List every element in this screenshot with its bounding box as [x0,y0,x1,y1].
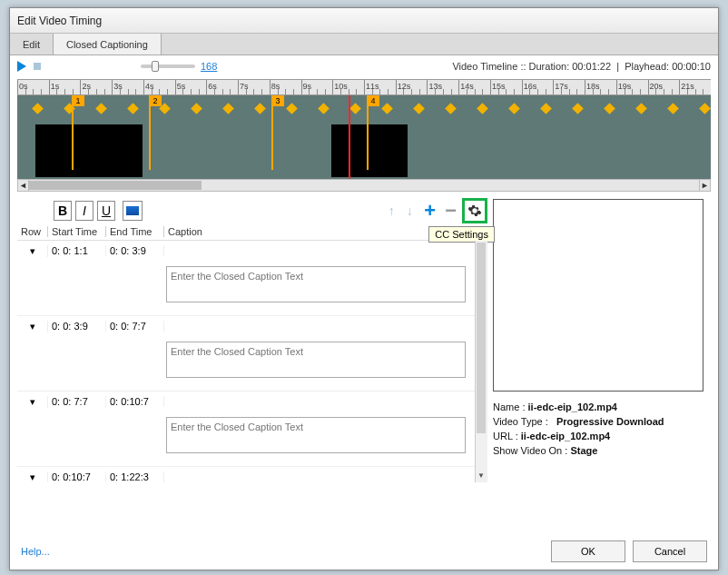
stop-button[interactable] [34,63,41,70]
end-time-cell[interactable]: 0: 0: 7:7 [106,321,164,332]
start-time-cell[interactable]: 0: 0:10:7 [48,471,106,482]
keyframe-icon[interactable] [413,103,425,114]
ok-button[interactable]: OK [551,540,625,562]
caption-marker[interactable] [72,95,74,170]
caption-marker-flag[interactable]: 1 [72,95,84,106]
zoom-value[interactable]: 168 [201,61,217,72]
start-time-cell[interactable]: 0: 0: 1:1 [48,245,106,256]
keyframe-icon[interactable] [508,103,520,114]
remove-caption-button[interactable]: − [443,199,458,223]
keyframe-icon[interactable] [604,103,615,114]
keyframe-icon[interactable] [95,103,107,114]
scroll-thumb[interactable] [29,181,202,190]
keyframe-icon[interactable] [127,103,139,114]
meta-url-label: URL : [493,431,518,441]
meta-url-value: ii-edc-eip_102.mp4 [521,431,610,441]
underline-button[interactable]: U [97,201,115,221]
caption-text-input[interactable] [166,266,466,302]
keyframe-icon[interactable] [222,103,234,114]
keyframe-icon[interactable] [32,103,44,114]
caption-text-input[interactable] [166,417,466,453]
caption-marker-flag[interactable]: 2 [149,95,162,106]
meta-show-value: Stage [570,445,597,456]
add-caption-button[interactable]: + [420,199,439,223]
timeline-scrollbar[interactable]: ◄ ► [17,179,711,192]
keyframe-icon[interactable] [381,103,393,114]
row-expand-toggle[interactable]: ▾ [17,396,48,408]
header-end: End Time [106,226,164,237]
keyframe-icon[interactable] [349,103,361,114]
caption-marker-flag[interactable]: 4 [367,95,379,106]
cancel-button[interactable]: Cancel [633,540,707,562]
move-up-button[interactable]: ↑ [384,203,398,218]
row-expand-toggle[interactable]: ▾ [17,245,48,257]
preview-panel: Name : ii-edc-eip_102.mp4 Video Type : P… [493,199,711,482]
playhead[interactable] [349,95,350,179]
playback-controls: 168 Video Timeline :: Duration: 00:01:22… [10,55,718,77]
tab-edit[interactable]: Edit [10,34,54,55]
scroll-left-icon[interactable]: ◄ [18,180,29,191]
keyframe-icon[interactable] [635,103,647,114]
keyframe-icon[interactable] [699,103,711,114]
meta-name-label: Name : [493,402,525,412]
caption-marker[interactable] [367,95,369,170]
end-time-cell[interactable]: 0: 0: 3:9 [106,245,164,256]
timeline-track[interactable]: 1234 [17,95,711,179]
ruler-tick-label: 1s [51,82,60,91]
header-start: Start Time [48,226,106,237]
meta-type-label: Video Type : [493,416,548,427]
ruler-tick-label: 9s [303,82,312,91]
keyframe-icon[interactable] [667,103,679,114]
keyframe-icon[interactable] [191,103,202,114]
ruler-tick-label: 5s [177,82,186,91]
duration-value: 00:01:22 [572,61,611,72]
keyframe-row [17,104,711,115]
keyframe-icon[interactable] [540,103,552,114]
italic-button[interactable]: I [75,201,93,221]
meta-name-value: ii-edc-eip_102.mp4 [528,402,617,412]
keyframe-icon[interactable] [254,103,266,114]
end-time-cell[interactable]: 0: 0:10:7 [106,396,164,407]
cc-settings-button[interactable] [462,198,487,223]
row-expand-toggle[interactable]: ▾ [17,471,48,483]
meta-show-label: Show Video On : [493,445,567,456]
caption-grid-header: Row Start Time End Time Caption [17,223,487,241]
caption-marker-flag[interactable]: 3 [271,95,284,106]
ruler-tick-label: 4s [145,82,154,91]
keyframe-icon[interactable] [318,103,330,114]
video-clip[interactable] [35,124,143,177]
ruler-tick-label: 2s [82,82,91,91]
keyframe-icon[interactable] [477,103,488,114]
caption-marker[interactable] [271,95,273,170]
bold-button[interactable]: B [54,201,72,221]
scroll-down-icon[interactable]: ▼ [477,471,486,481]
move-down-button[interactable]: ↓ [402,203,417,218]
caption-marker[interactable] [149,95,151,170]
keyframe-icon[interactable] [572,103,584,114]
tab-bar: Edit Closed Captioning [10,34,718,55]
grid-scroll-thumb[interactable] [477,243,486,433]
tab-cc-label: Closed Captioning [66,39,148,50]
play-button[interactable] [17,61,26,72]
timeline-ruler[interactable]: 0s1s2s3s4s5s6s7s8s9s10s11s12s13s14s15s16… [17,79,711,95]
grid-scrollbar[interactable]: ▼ [475,241,487,482]
tab-closed-captioning[interactable]: Closed Captioning [54,34,162,55]
keyframe-icon[interactable] [286,103,298,114]
keyframe-icon[interactable] [445,103,457,114]
video-clip[interactable] [331,124,408,177]
titlebar[interactable]: Edit Video Timing [10,8,718,34]
dialog-footer: Help... OK Cancel [21,540,707,562]
header-row: Row [17,226,48,237]
zoom-slider-knob[interactable] [152,61,159,72]
start-time-cell[interactable]: 0: 0: 7:7 [48,396,106,407]
caption-panel: B I U ↑ ↓ + − CC Settings Row Start Time… [17,199,487,482]
caption-grid-body: ▾0: 0: 1:10: 0: 3:9▾0: 0: 3:90: 0: 7:7▾0… [17,241,487,482]
help-link[interactable]: Help... [21,546,50,557]
row-expand-toggle[interactable]: ▾ [17,321,48,332]
scroll-right-icon[interactable]: ► [699,180,710,191]
text-color-button[interactable] [123,201,143,221]
end-time-cell[interactable]: 0: 1:22:3 [106,471,164,482]
zoom-slider[interactable] [141,64,195,68]
start-time-cell[interactable]: 0: 0: 3:9 [48,321,106,332]
caption-text-input[interactable] [166,342,466,378]
